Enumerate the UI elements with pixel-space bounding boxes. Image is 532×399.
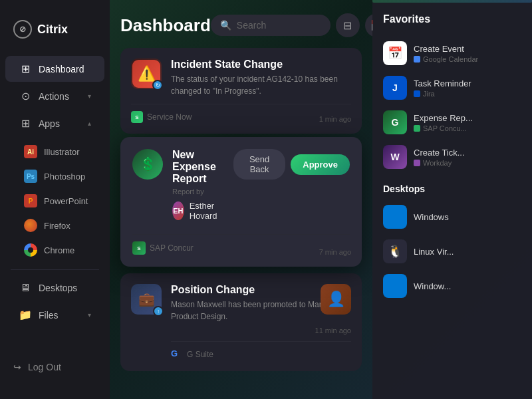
sub-dot [414,125,420,132]
actions-icon: ⊙ [19,90,32,102]
fav-name: Task Reminder [414,78,521,88]
card-source: S SAP Concur [132,234,350,255]
source-label: Service Now [147,112,192,122]
card-content: Incident State Change The status of your… [171,59,351,97]
sidebar-item-illustrator[interactable]: Ai Illustrator [16,140,107,164]
sidebar-item-desktops[interactable]: 🖥 Desktops [5,275,104,301]
fav-item-create-event[interactable]: 📅 Create Event Google Calendar [383,36,521,70]
fav-sub: Workday [414,159,521,167]
sidebar-item-files[interactable]: 📁 Files ▾ [5,302,104,328]
sidebar-item-dashboard[interactable]: ⊞ Dashboard [5,56,104,82]
calendar-button[interactable]: 📅 [365,13,372,37]
card-title: New Expense Report [172,149,224,185]
workday-icon: W [383,145,407,169]
fav-text: Expense Rep... SAP Concu... [414,113,521,132]
card-time: 1 min ago [319,115,351,123]
sidebar-divider [11,269,99,270]
position-badge: ↑ [153,306,164,317]
logout-icon: ↪ [13,362,21,372]
send-back-button[interactable]: Send Back [233,149,285,180]
sidebar: ⊘ Citrix ⊞ Dashboard ⊙ Actions ▾ ⊞ Apps … [0,0,110,399]
position-card: 💼 ↑ Position Change Mason Maxwell has be… [120,273,362,371]
apps-submenu: Ai Illustrator Ps Photoshop P PowerPoint… [0,138,110,264]
desktops-section-title: Desktops [383,184,521,194]
position-icon: 💼 ↑ [131,284,162,315]
app-label: Photoshop [44,172,85,182]
page-title: Dashboard [120,15,211,36]
avatar-initials: EH [173,207,183,215]
sidebar-item-label: Files [39,310,59,321]
citrix-logo-icon: ⊘ [13,20,32,39]
fav-item-expense-rep[interactable]: G Expense Rep... SAP Concu... [383,105,521,140]
sidebar-item-apps[interactable]: ⊞ Apps ▴ [5,110,104,136]
sidebar-item-chrome[interactable]: Chrome [16,238,107,262]
card-time: 11 min ago [171,327,351,334]
sap-concur-icon: G [383,110,407,134]
fav-sub: SAP Concu... [414,124,521,132]
search-input[interactable] [237,20,317,31]
gsuite-icon: G [171,348,183,360]
app-label: Firefox [44,221,70,231]
chevron-down-icon: ▾ [88,311,91,319]
apps-icon: ⊞ [19,117,32,130]
firefox-icon [24,219,37,232]
windows-icon [383,205,407,229]
desktop-name: Linux Vir... [414,247,454,257]
incident-icon-inner: ⚠️ ↻ [132,60,160,88]
desktop-name: Windows [414,212,449,222]
fav-sub-label: SAP Concu... [423,124,467,132]
logout-button[interactable]: ↪ Log Out [5,355,104,379]
linux-icon: 🐧 [383,239,407,263]
card-header: 💲 New Expense Report Report by EH Esther… [132,149,350,221]
expense-icon: 💲 [132,149,163,180]
illustrator-icon: Ai [24,145,37,158]
fav-item-task-reminder[interactable]: J Task Reminder Jira [383,70,521,105]
source-label: G Suite [187,350,213,359]
report-by-label: Report by [172,188,224,196]
sidebar-logo-label: Citrix [37,23,68,37]
filter-button[interactable]: ⊟ [336,13,360,37]
service-now-icon: S [131,111,143,123]
sidebar-item-actions[interactable]: ⊙ Actions ▾ [5,83,104,109]
fav-item-create-tick[interactable]: W Create Tick... Workday [383,140,521,174]
sidebar-item-firefox[interactable]: Firefox [16,213,107,237]
sidebar-footer: ↪ Log Out [0,348,110,386]
app-label: Illustrator [44,147,79,157]
fav-text: Create Tick... Workday [414,148,521,167]
approve-button[interactable]: Approve [291,154,350,175]
sidebar-nav: ⊞ Dashboard ⊙ Actions ▾ ⊞ Apps ▴ Ai Illu… [0,55,110,348]
photoshop-icon: Ps [24,170,37,183]
person-avatar: 👤 [321,284,351,315]
card-time: 7 min ago [319,248,351,256]
sap-icon: S [132,241,146,255]
sidebar-item-powerpoint[interactable]: P PowerPoint [16,189,107,213]
main-header: Dashboard 🔍 ⊟ 📅 🎙 [120,13,362,37]
fav-sub-label: Google Calendar [423,55,478,63]
desktop-item-windows2[interactable]: Window... [383,269,521,303]
favorites-title: Favorites [383,13,521,25]
desktop-item-windows1[interactable]: Windows [383,200,521,234]
desktop-item-linux[interactable]: 🐧 Linux Vir... [383,234,521,269]
incident-card-icon: ⚠️ ↻ [131,59,162,89]
reporter-avatar: EH [172,201,184,220]
sub-dot [414,160,420,166]
chrome-icon [24,243,37,257]
source-label: SAP Concur [150,243,194,253]
sidebar-item-label: Apps [39,118,60,129]
fav-text: Create Event Google Calendar [414,44,521,63]
sidebar-item-photoshop[interactable]: Ps Photoshop [16,164,107,188]
files-icon: 📁 [19,309,32,321]
sidebar-item-label: Dashboard [39,64,84,74]
card-actions: Send Back Approve [233,149,350,180]
gsuite-source: G G Suite [171,341,351,360]
sub-dot [414,56,420,63]
card-title: Incident State Change [171,59,351,70]
fav-text: Task Reminder Jira [414,78,521,98]
desktops-icon: 🖥 [19,282,32,294]
header-controls: 🔍 ⊟ 📅 🎙 [211,13,372,37]
sidebar-logo: ⊘ Citrix [0,13,110,55]
search-bar[interactable]: 🔍 [211,15,331,36]
fav-sub-label: Workday [423,159,452,167]
sub-dot [414,90,420,97]
sidebar-item-label: Actions [39,91,69,102]
